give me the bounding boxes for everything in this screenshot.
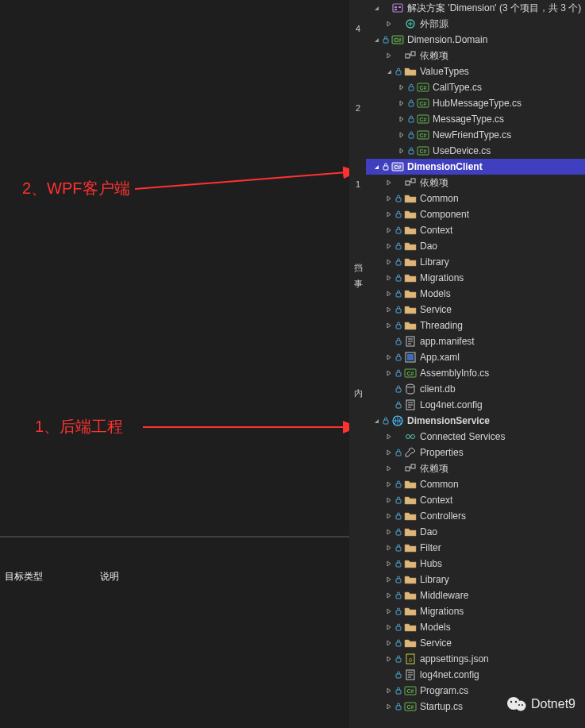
tree-item[interactable]: Connected Services — [366, 429, 585, 445]
tree-item[interactable]: 依赖项 — [366, 175, 585, 191]
tree-item[interactable]: {}appsettings.json — [366, 651, 585, 667]
collapse-icon[interactable] — [383, 66, 394, 77]
expand-icon[interactable] — [383, 256, 394, 268]
collapsed-sidebar[interactable]: 4 2 1 挡 事 内 — [349, 0, 366, 728]
tree-item[interactable]: Models — [366, 619, 585, 635]
expand-icon[interactable] — [383, 241, 394, 252]
tree-item[interactable]: Models — [366, 286, 585, 302]
expand-icon[interactable] — [383, 18, 394, 29]
expand-icon[interactable] — [383, 193, 394, 204]
tree-item[interactable]: C#UseDevice.cs — [366, 143, 585, 159]
tree-item[interactable]: C#CallType.cs — [366, 79, 585, 95]
expand-icon[interactable] — [383, 368, 394, 379]
tree-item[interactable]: C#MessageType.cs — [366, 111, 585, 127]
expand-icon[interactable] — [383, 542, 394, 553]
tree-item[interactable]: C#HubMessageType.cs — [366, 95, 585, 111]
expand-icon[interactable] — [383, 590, 394, 601]
tree-item[interactable]: C#Dimension.Domain — [366, 32, 585, 48]
tree-item-label: CallType.cs — [433, 79, 482, 95]
expand-icon[interactable] — [383, 495, 394, 506]
collapse-icon[interactable] — [371, 161, 382, 172]
expander-spacer — [383, 669, 394, 680]
tree-item[interactable]: 解决方案 'Dimension' (3 个项目，共 3 个) — [366, 0, 585, 16]
expand-icon[interactable] — [383, 225, 394, 236]
stub-char: 事 — [352, 278, 364, 290]
tree-item[interactable]: Middleware — [366, 587, 585, 603]
expand-icon[interactable] — [383, 701, 394, 712]
expand-icon[interactable] — [383, 606, 394, 617]
expand-icon[interactable] — [383, 304, 394, 315]
expand-icon[interactable] — [383, 463, 394, 474]
expand-icon[interactable] — [396, 98, 407, 109]
expand-icon[interactable] — [383, 209, 394, 220]
tree-item[interactable]: DimensionService — [366, 413, 585, 429]
tree-item[interactable]: Library — [366, 572, 585, 587]
tree-item-label: Threading — [420, 318, 463, 333]
tree-item[interactable]: C#NewFriendType.cs — [366, 127, 585, 143]
expand-icon[interactable] — [383, 272, 394, 283]
tree-item[interactable]: C#AssemblyInfo.cs — [366, 365, 585, 381]
expand-icon[interactable] — [396, 114, 407, 125]
tree-item[interactable]: Dao — [366, 524, 585, 540]
expand-icon[interactable] — [383, 574, 394, 585]
tree-item-label: Context — [420, 492, 452, 508]
svg-rect-42 — [396, 309, 401, 313]
tree-item[interactable]: Threading — [366, 318, 585, 333]
tree-item[interactable]: C#Program.cs — [366, 683, 585, 699]
expand-icon[interactable] — [383, 50, 394, 61]
tree-item[interactable]: Context — [366, 492, 585, 508]
tree-item[interactable]: Properties — [366, 445, 585, 460]
tree-item[interactable]: Hubs — [366, 556, 585, 572]
tree-item[interactable]: Migrations — [366, 270, 585, 286]
expand-icon[interactable] — [383, 637, 394, 649]
collapse-icon[interactable] — [371, 415, 382, 426]
tree-item-label: appsettings.json — [420, 651, 489, 667]
expand-icon[interactable] — [383, 320, 394, 331]
tree-item[interactable]: log4net.config — [366, 667, 585, 683]
cs-icon: C# — [417, 113, 429, 125]
expand-icon[interactable] — [396, 145, 407, 156]
expand-icon[interactable] — [396, 129, 407, 141]
tree-item[interactable]: Context — [366, 222, 585, 238]
expand-icon[interactable] — [383, 622, 394, 633]
tree-item[interactable]: Component — [366, 206, 585, 222]
expand-icon[interactable] — [383, 685, 394, 696]
expand-icon[interactable] — [383, 352, 394, 363]
tree-item-label: 依赖项 — [420, 460, 448, 476]
tree-item[interactable]: 依赖项 — [366, 460, 585, 476]
collapse-icon[interactable] — [371, 2, 382, 13]
lock-icon — [407, 147, 415, 155]
collapse-icon[interactable] — [371, 34, 382, 45]
expand-icon[interactable] — [383, 479, 394, 490]
tree-item[interactable]: App.xaml — [366, 349, 585, 365]
tree-item[interactable]: C#DimensionClient — [366, 159, 585, 175]
expand-icon[interactable] — [383, 558, 394, 569]
solution-explorer[interactable]: 解决方案 'Dimension' (3 个项目，共 3 个)外部源C#Dimen… — [366, 0, 585, 728]
tree-item[interactable]: Common — [366, 476, 585, 492]
tree-item[interactable]: Library — [366, 254, 585, 270]
tree-item[interactable]: Service — [366, 302, 585, 318]
tree-item[interactable]: Log4net.config — [366, 397, 585, 413]
expand-icon[interactable] — [383, 288, 394, 299]
tree-item-label: Service — [420, 635, 452, 651]
tree-item[interactable]: Dao — [366, 238, 585, 254]
tree-item[interactable]: 外部源 — [366, 16, 585, 32]
tree-item[interactable]: ValueTypes — [366, 64, 585, 79]
lock-icon — [394, 655, 402, 663]
expand-icon[interactable] — [383, 447, 394, 458]
tree-item[interactable]: client.db — [366, 381, 585, 397]
tree-item[interactable]: app.manifest — [366, 333, 585, 349]
expand-icon[interactable] — [383, 653, 394, 664]
expand-icon[interactable] — [383, 177, 394, 188]
tree-item[interactable]: C#Startup.cs — [366, 699, 585, 715]
tree-item[interactable]: 依赖项 — [366, 48, 585, 64]
tree-item[interactable]: Migrations — [366, 603, 585, 619]
expand-icon[interactable] — [383, 431, 394, 442]
tree-item[interactable]: Controllers — [366, 508, 585, 524]
tree-item[interactable]: Filter — [366, 540, 585, 556]
tree-item[interactable]: Common — [366, 191, 585, 206]
expand-icon[interactable] — [383, 510, 394, 522]
expand-icon[interactable] — [383, 526, 394, 537]
expand-icon[interactable] — [396, 82, 407, 93]
tree-item[interactable]: Service — [366, 635, 585, 651]
